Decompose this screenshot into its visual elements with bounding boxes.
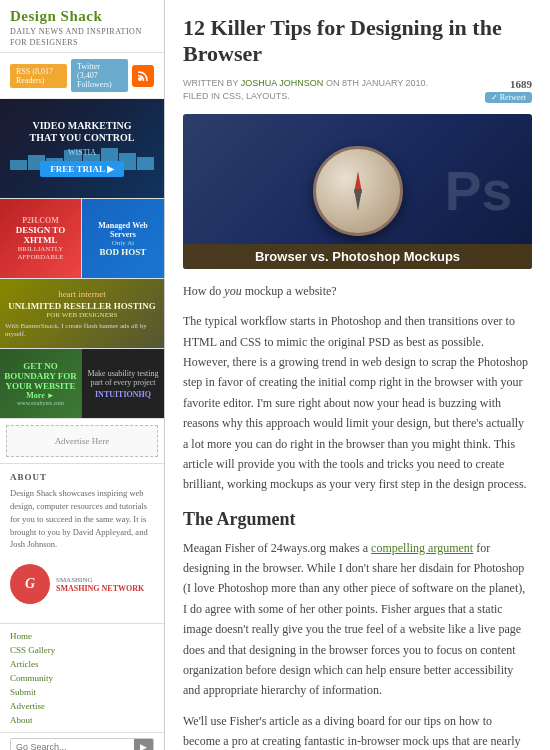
ad-bodhost-title: Managed Web Servers bbox=[86, 221, 160, 239]
ad-double-exabytes: get NO Boundary for your website More ► … bbox=[0, 349, 164, 419]
twitter-button[interactable]: Twitter (3,407 Followers) bbox=[71, 59, 128, 92]
search-input[interactable] bbox=[11, 739, 134, 750]
ad-double-p2h-bodhost: P2H.COM DESIGN TO XHTML BRILLIANTLY AFFO… bbox=[0, 199, 164, 279]
nav-about[interactable]: About bbox=[10, 713, 154, 727]
ad-reseller-title: UNLIMITED RESELLER HOSTING bbox=[8, 301, 156, 311]
ad-p2h-sub: BRILLIANTLY AFFORDABLE bbox=[4, 245, 77, 261]
ad-intuition[interactable]: Make usability testing part of every pro… bbox=[82, 349, 164, 418]
nav-community[interactable]: Community bbox=[10, 671, 154, 685]
section-argument-heading: The Argument bbox=[183, 509, 532, 530]
site-title: Design Shack bbox=[10, 8, 154, 25]
nav-css-gallery[interactable]: CSS Gallery bbox=[10, 643, 154, 657]
body-argument-1: Meagan Fisher of 24ways.org makes a comp… bbox=[183, 538, 532, 701]
compelling-argument-link[interactable]: compelling argument bbox=[371, 541, 473, 555]
nav-submit[interactable]: Submit bbox=[10, 685, 154, 699]
hero-title-bar: Browser vs. Photoshop Mockups bbox=[183, 244, 532, 269]
sidebar-about-text: Design Shack showcases inspiring web des… bbox=[10, 487, 154, 551]
retweet-button[interactable]: ✓ Retweet bbox=[485, 92, 532, 103]
ad-exabytes-title: get NO Boundary for your website bbox=[4, 361, 77, 391]
ad-p2h[interactable]: P2H.COM DESIGN TO XHTML BRILLIANTLY AFFO… bbox=[0, 199, 82, 278]
smashing-brand: SMASHING NETWORK bbox=[56, 584, 144, 593]
article-meta-row: WRITTEN BY JOSHUA JOHNSON ON 8TH JANUARY… bbox=[183, 78, 532, 104]
smashing-logo: G bbox=[10, 564, 50, 604]
ad-intuitionhq-brand: INTUITIONHQ bbox=[95, 390, 151, 399]
article-title: 12 Killer Tips for Designing in the Brow… bbox=[183, 15, 532, 68]
ad-p2h-title: DESIGN TO XHTML bbox=[4, 225, 77, 245]
article-meta-left: WRITTEN BY JOSHUA JOHNSON ON 8TH JANUARY… bbox=[183, 78, 485, 104]
article-meta-filed: FILED IN CSS, LAYOUTS. bbox=[183, 91, 485, 101]
ad-bodhost[interactable]: Managed Web Servers Only At BOD HOST bbox=[82, 199, 164, 278]
ad-exabytes-more[interactable]: More ► bbox=[26, 391, 54, 400]
article-meta-author: WRITTEN BY JOSHUA JOHNSON ON 8TH JANUARY… bbox=[183, 78, 485, 88]
nav-advertise[interactable]: Advertise bbox=[10, 699, 154, 713]
sidebar-social: RSS (8,017 Readers) Twitter (3,407 Follo… bbox=[0, 53, 164, 99]
main-content: 12 Killer Tips for Designing in the Brow… bbox=[165, 0, 550, 750]
article-body: How do you mockup a website? The typical… bbox=[183, 281, 532, 750]
ad-bodhost-sub: Only At bbox=[112, 239, 134, 247]
sidebar-header: Design Shack DAILY NEWS AND INSPIRATION … bbox=[0, 0, 164, 53]
ad-video-title: VIDEO MARKETING THAT YOU CONTROL bbox=[30, 120, 135, 144]
search-input-wrap: ▶ bbox=[10, 738, 154, 750]
article-meta-right: 1689 ✓ Retweet bbox=[485, 78, 532, 103]
needle-bottom bbox=[354, 189, 362, 211]
article-hero-image: Ps Browser vs. Photoshop Mockups bbox=[183, 114, 532, 269]
ad-reseller-sub: FOR WEB DESIGNERS bbox=[46, 311, 117, 319]
rss-icon[interactable] bbox=[132, 65, 154, 87]
ad-video-brand: WISTIA bbox=[68, 148, 96, 157]
advertise-here[interactable]: Advertise Here bbox=[6, 425, 158, 457]
site-tagline: DAILY NEWS AND INSPIRATION FOR DESIGNERS bbox=[10, 26, 154, 48]
svg-point-0 bbox=[138, 77, 142, 81]
nav-articles[interactable]: Articles bbox=[10, 657, 154, 671]
ad-reseller-brand: heart internet bbox=[58, 289, 106, 299]
body-paragraph-1: The typical workflow starts in Photoshop… bbox=[183, 311, 532, 495]
rss-button[interactable]: RSS (8,017 Readers) bbox=[10, 64, 67, 88]
nav-home[interactable]: Home bbox=[10, 629, 154, 643]
sidebar-search: ▶ bbox=[0, 732, 164, 750]
smashing-row: G SMASHING SMASHING NETWORK bbox=[10, 559, 154, 609]
article-views: 1689 bbox=[510, 78, 532, 90]
ad-bodhost-brand: BOD HOST bbox=[100, 247, 147, 257]
ad-reseller[interactable]: heart internet UNLIMITED RESELLER HOSTIN… bbox=[0, 279, 164, 349]
compass-icon bbox=[313, 146, 403, 236]
compass-needle bbox=[354, 171, 362, 211]
body-argument-2: We'll use Fisher's article as a diving b… bbox=[183, 711, 532, 750]
sidebar-nav: Home CSS Gallery Articles Community Subm… bbox=[0, 623, 164, 732]
ad-free-trial-button[interactable]: FREE TRIAL ▶ bbox=[40, 161, 123, 177]
search-button[interactable]: ▶ bbox=[134, 739, 153, 750]
sidebar-about: ABOUT Design Shack showcases inspiring w… bbox=[0, 463, 164, 623]
sidebar: Design Shack DAILY NEWS AND INSPIRATION … bbox=[0, 0, 165, 750]
ad-exabytes[interactable]: get NO Boundary for your website More ► … bbox=[0, 349, 82, 418]
ad-intuition-title: Make usability testing part of every pro… bbox=[86, 369, 160, 387]
intro-question: How do you mockup a website? bbox=[183, 281, 532, 301]
sidebar-about-title: ABOUT bbox=[10, 472, 154, 482]
photoshop-logo: Ps bbox=[445, 164, 512, 219]
author-link[interactable]: JOSHUA JOHNSON bbox=[241, 78, 324, 88]
ad-video-marketing[interactable]: VIDEO MARKETING THAT YOU CONTROL WISTIA … bbox=[0, 99, 164, 199]
